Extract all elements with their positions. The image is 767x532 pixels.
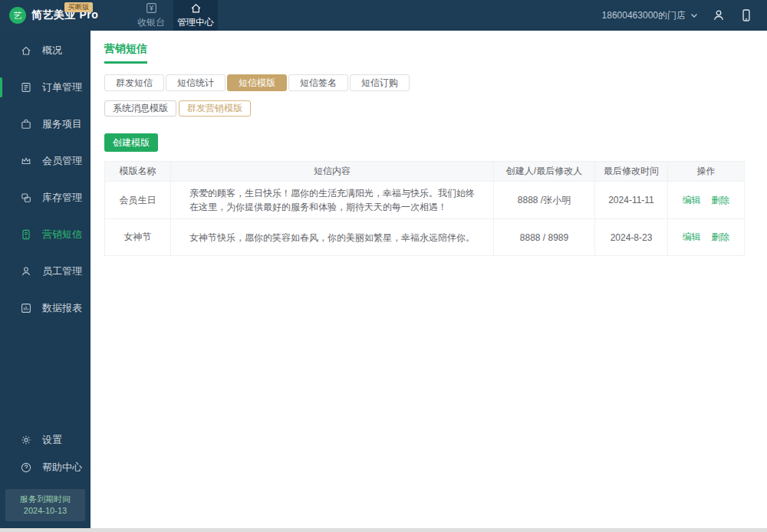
table-row: 会员生日 亲爱的顾客，生日快乐！愿你的生活充满阳光，幸福与快乐。我们始终在这里，…: [105, 182, 745, 219]
order-list-icon: [20, 81, 32, 94]
crown-icon: [20, 155, 32, 167]
header-actions: 操作: [668, 162, 745, 182]
sidebar-item-label: 营销短信: [42, 228, 82, 241]
tab-cashier-label: 收银台: [137, 16, 165, 29]
service-expiry-date: 2024-10-13: [8, 505, 82, 517]
topbar-right: 18600463000的门店: [602, 0, 767, 31]
briefcase-icon: [20, 118, 32, 130]
tab-management-center[interactable]: 管理中心: [173, 0, 218, 31]
gear-icon: [20, 434, 32, 446]
subtab-marketing-templates[interactable]: 群发营销模版: [179, 100, 251, 117]
sms-phone-icon: [20, 228, 32, 241]
main-content: 营销短信 群发短信 短信统计 短信模版 短信签名 短信订购 系统消息模版 群发营…: [91, 31, 767, 532]
sidebar-item-orders[interactable]: 订单管理: [0, 69, 91, 106]
template-modified-time: 2024-11-11: [595, 182, 668, 219]
sidebar-item-label: 会员管理: [42, 154, 82, 168]
sidebar-item-label: 库存管理: [42, 191, 82, 205]
template-subtabs: 系统消息模版 群发营销模版: [104, 100, 744, 117]
active-edge-indicator: [0, 77, 2, 97]
page-title: 营销短信: [104, 42, 147, 64]
brand: 艺 简艺美业 Pro 买断版: [0, 0, 115, 31]
chevron-down-icon: [690, 10, 698, 21]
sidebar-item-members[interactable]: 会员管理: [0, 143, 91, 179]
home-icon: [189, 2, 202, 15]
cashier-icon: [145, 2, 158, 15]
edit-link[interactable]: 编辑: [683, 232, 701, 242]
header-modified-time: 最后修改时间: [595, 162, 668, 182]
person-icon: [20, 265, 32, 277]
store-selector[interactable]: 18600463000的门店: [602, 9, 698, 22]
sidebar: 概况 订单管理 服务项目: [0, 31, 91, 532]
service-expiry-box: 服务到期时间 2024-10-13: [5, 489, 85, 521]
topbar-tabs: 收银台 管理中心: [129, 0, 218, 31]
sidebar-item-label: 概况: [42, 44, 62, 57]
template-table: 模版名称 短信内容 创建人/最后修改人 最后修改时间 操作 会员生日 亲爱的顾客…: [104, 161, 745, 256]
tab-management-label: 管理中心: [177, 16, 214, 29]
sms-tabs: 群发短信 短信统计 短信模版 短信签名 短信订购: [104, 74, 744, 91]
header-template-name: 模版名称: [105, 162, 171, 182]
brand-edition-badge: 买断版: [64, 2, 93, 12]
template-name: 女神节: [105, 219, 171, 256]
table-header-row: 模版名称 短信内容 创建人/最后修改人 最后修改时间 操作: [105, 162, 745, 182]
template-editor: 8888 / 8989: [494, 219, 595, 256]
tab-bulk-sms[interactable]: 群发短信: [104, 74, 164, 91]
delete-link[interactable]: 删除: [711, 195, 729, 205]
brand-logo-icon: 艺: [9, 7, 26, 24]
sidebar-bottom-nav: 设置 帮助中心 服务到期时间 2024-10-13: [0, 425, 91, 532]
service-expiry-label: 服务到期时间: [8, 494, 82, 505]
sidebar-nav: 概况 订单管理 服务项目: [0, 31, 91, 327]
sidebar-item-overview[interactable]: 概况: [0, 32, 91, 69]
tab-sms-signature[interactable]: 短信签名: [288, 74, 348, 91]
template-content: 女神节快乐，愿你的笑容如春风，你的美丽如繁星，幸福永远陪伴你。: [171, 219, 494, 256]
tab-sms-statistics[interactable]: 短信统计: [166, 74, 225, 91]
help-circle-icon: [20, 461, 32, 474]
template-editor: 8888 /张小明: [494, 182, 595, 219]
sidebar-item-label: 设置: [42, 433, 62, 447]
template-modified-time: 2024-8-23: [595, 219, 668, 256]
sidebar-item-inventory[interactable]: 库存管理: [0, 179, 91, 216]
sidebar-item-label: 服务项目: [42, 117, 82, 131]
sidebar-item-label: 数据报表: [42, 301, 82, 315]
sidebar-item-reports[interactable]: 数据报表: [0, 290, 91, 327]
row-actions: 编辑 删除: [668, 182, 745, 219]
topbar: 艺 简艺美业 Pro 买断版 收银台 管理中心 186: [0, 0, 767, 31]
sidebar-item-label: 帮助中心: [42, 461, 82, 475]
sidebar-item-label: 订单管理: [42, 80, 82, 94]
sidebar-item-settings[interactable]: 设置: [0, 426, 91, 454]
sidebar-item-marketing-sms[interactable]: 营销短信: [0, 216, 91, 253]
tab-sms-purchase[interactable]: 短信订购: [350, 74, 410, 91]
row-actions: 编辑 删除: [668, 219, 745, 256]
header-creator: 创建人/最后修改人: [494, 162, 595, 182]
sidebar-item-staff[interactable]: 员工管理: [0, 253, 91, 290]
sidebar-item-help-center[interactable]: 帮助中心: [0, 454, 91, 481]
store-name: 18600463000的门店: [602, 9, 686, 22]
mobile-device-icon[interactable]: [739, 8, 753, 22]
delete-link[interactable]: 删除: [711, 232, 729, 242]
sidebar-item-services[interactable]: 服务项目: [0, 106, 91, 143]
header-sms-content: 短信内容: [171, 162, 494, 182]
home-icon: [20, 44, 32, 57]
template-content: 亲爱的顾客，生日快乐！愿你的生活充满阳光，幸福与快乐。我们始终在这里，为你提供最…: [171, 182, 494, 219]
inventory-boxes-icon: [20, 192, 32, 204]
table-row: 女神节 女神节快乐，愿你的笑容如春风，你的美丽如繁星，幸福永远陪伴你。 8888…: [105, 219, 745, 256]
bar-chart-icon: [20, 302, 32, 314]
user-account-icon[interactable]: [712, 8, 726, 22]
edit-link[interactable]: 编辑: [683, 195, 701, 205]
sidebar-item-label: 员工管理: [42, 264, 82, 278]
template-name: 会员生日: [105, 182, 171, 219]
tab-sms-templates[interactable]: 短信模版: [227, 74, 287, 91]
subtab-system-templates[interactable]: 系统消息模版: [104, 100, 176, 117]
tab-cashier[interactable]: 收银台: [129, 0, 173, 31]
window-bottom-edge: [0, 528, 767, 532]
create-template-button[interactable]: 创建模版: [104, 133, 158, 152]
